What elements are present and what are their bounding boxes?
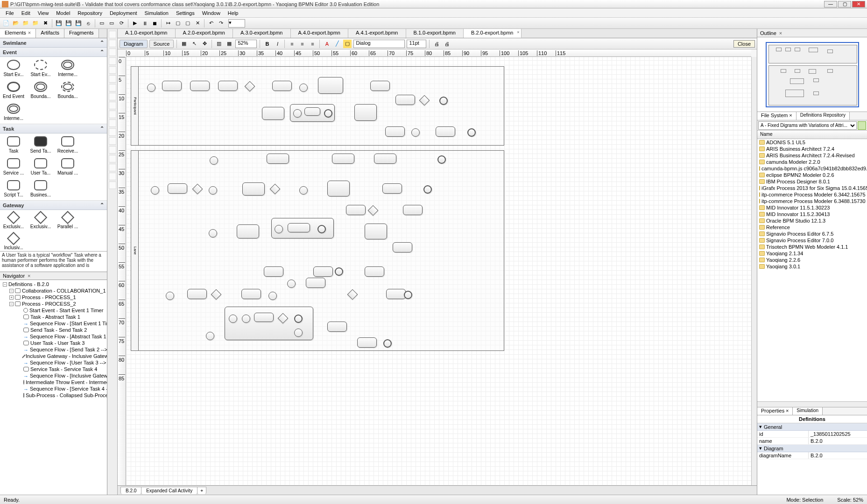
tree-node[interactable]: →Sequence Flow - [Inclusive Gateway [1,372,106,379]
navigator-tree[interactable]: −Definitions - B.2.0 −Collaboration - CO… [0,280,107,495]
event-node[interactable] [317,225,326,233]
task-node[interactable] [370,81,390,91]
event-node[interactable] [209,229,217,238]
close-doc-icon[interactable]: ✖ [41,19,49,28]
palette-exclusive-gw[interactable]: Exclusiv... [3,213,24,229]
task-node[interactable] [288,223,310,232]
end-event-node[interactable] [423,185,432,194]
task-node[interactable] [267,154,289,164]
palette-intermediate[interactable]: Interme... [57,60,78,77]
palette-task[interactable]: Task [3,136,24,154]
print-icon[interactable]: 🖨 [432,40,441,48]
tree-node[interactable]: Sub-Process - Collapsed Sub-Proce [1,392,106,399]
task-node[interactable] [395,95,415,105]
tree-root[interactable]: −Definitions - B.2.0 [1,281,106,287]
file-row[interactable]: camunda Modeler 2.2.0 [757,159,867,165]
gateway-node[interactable] [368,205,379,216]
snap1-icon[interactable]: ▥ [215,40,223,48]
column-header-name[interactable]: Name [757,131,867,139]
box1-icon[interactable]: ▢ [174,19,182,28]
vtool-icon[interactable] [109,84,116,91]
file-row[interactable]: Oracle BPM Studio 12.1.3 [757,217,867,224]
event-node[interactable] [166,292,174,300]
palette-cat-gateway[interactable]: Gateway⌃ [0,201,107,210]
end-event-node[interactable] [383,339,392,348]
task-node[interactable] [162,81,182,91]
view-diagram-button[interactable]: Diagram [120,40,148,48]
menu-model[interactable]: Model [52,9,74,17]
sheet-tab[interactable]: Expanded Call Activity [141,487,197,494]
fill-color-icon[interactable]: ▢ [343,40,352,48]
vtool-icon[interactable] [109,40,116,47]
new-icon[interactable]: 📄 [2,19,10,28]
tab-definitions-repo[interactable]: Definitions Repository [797,112,850,120]
open3-icon[interactable]: 📁 [31,19,40,28]
vtool-icon[interactable] [109,119,116,127]
gateway-node[interactable] [347,289,358,300]
file-row[interactable]: Yaoqiang 2.2.6 [757,257,867,263]
tree-node[interactable]: →Sequence Flow - [Service Task 4 --> [1,385,106,392]
horizontal-scrollbar[interactable] [757,401,867,407]
menu-settings[interactable]: Settings [172,9,198,17]
file-row[interactable]: ADONIS 5.1 UL5 [757,139,867,146]
tab-elements[interactable]: Elements× [0,29,36,38]
palette-inclusive-gw[interactable]: Inclusiv... [3,234,24,250]
save-icon[interactable]: 💾 [55,19,63,28]
vtool-icon[interactable] [109,102,116,109]
palette-service-task[interactable]: Service ... [3,158,24,175]
pause-icon[interactable]: ⏸ [141,19,149,28]
file-row[interactable]: ARIS Business Architect 7.2.4-Revised [757,152,867,159]
menu-help[interactable]: Help [224,9,242,17]
tab-fragments[interactable]: Fragments [64,29,99,38]
align-left-icon[interactable]: ≡ [288,40,296,48]
subprocess-node[interactable] [327,181,350,196]
collapse-icon[interactable]: ⌃ [100,202,104,208]
file-list[interactable]: ADONIS 5.1 UL5ARIS Business Architect 7.… [757,139,867,401]
subprocess-node[interactable] [354,104,377,121]
task-node[interactable] [254,313,274,322]
end-event-node[interactable] [467,128,476,137]
editor-tab[interactable]: A.3.0-export.bpmn [233,29,291,38]
stop-icon[interactable]: ⏹ [150,19,159,28]
gateway-node[interactable] [245,81,255,92]
undo-icon[interactable]: ↶ [207,19,215,28]
start-event-node[interactable] [147,84,155,92]
expand-icon[interactable]: ▾ [759,445,762,451]
expanded-subprocess[interactable] [225,307,313,340]
file-row[interactable]: MID Innovator 11.5.2.30413 [757,211,867,217]
font-color-icon[interactable]: A [323,40,331,48]
palette-cat-swimlane[interactable]: Swimlane⌃ [0,38,107,48]
file-row[interactable]: camunda-bpmn.js c906a7c941b82dbb832ed9..… [757,165,867,172]
event-node[interactable] [335,267,343,276]
file-row[interactable]: MID Innovator 11.5.1.30223 [757,204,867,211]
file-row[interactable]: eclipse BPMN2 Modeler 0.2.6 [757,172,867,178]
menu-deployment[interactable]: Deployment [106,9,141,17]
task-node[interactable] [403,205,423,215]
event-node[interactable] [210,156,218,165]
page2-icon[interactable]: ▭ [107,19,116,28]
task-node[interactable] [436,126,455,137]
file-row[interactable]: Signavio Process Editor 6.7.5 [757,231,867,237]
close-icon[interactable]: × [789,112,792,118]
box2-icon[interactable]: ▢ [183,19,192,28]
preview-icon[interactable]: 🖨 [443,40,451,48]
palette-intermediate-2[interactable]: Interme... [3,104,24,121]
export-icon[interactable]: ⎋ [84,19,92,28]
task-node[interactable] [327,322,347,332]
close-icon[interactable]: × [786,408,789,413]
task-node[interactable] [241,289,261,299]
tab-properties[interactable]: Properties × [757,407,793,415]
saveas-icon[interactable]: 💾 [64,19,73,28]
palette-send-task[interactable]: Send Ta... [30,136,51,154]
event-node[interactable] [287,280,296,288]
gateway-node[interactable] [270,184,281,195]
property-group[interactable]: ▾General [757,423,867,431]
vtool-icon[interactable] [109,111,116,118]
editor-tab[interactable]: A.1.0-export.bpmn [118,29,176,38]
task-node[interactable] [272,81,292,91]
editor-tab[interactable]: B.2.0-export.bpmn× [464,29,522,38]
task-node[interactable] [218,81,238,91]
event-node[interactable] [411,128,420,137]
tree-node[interactable]: Send Task - Send Task 2 [1,327,106,333]
vtool-icon[interactable] [109,164,116,171]
